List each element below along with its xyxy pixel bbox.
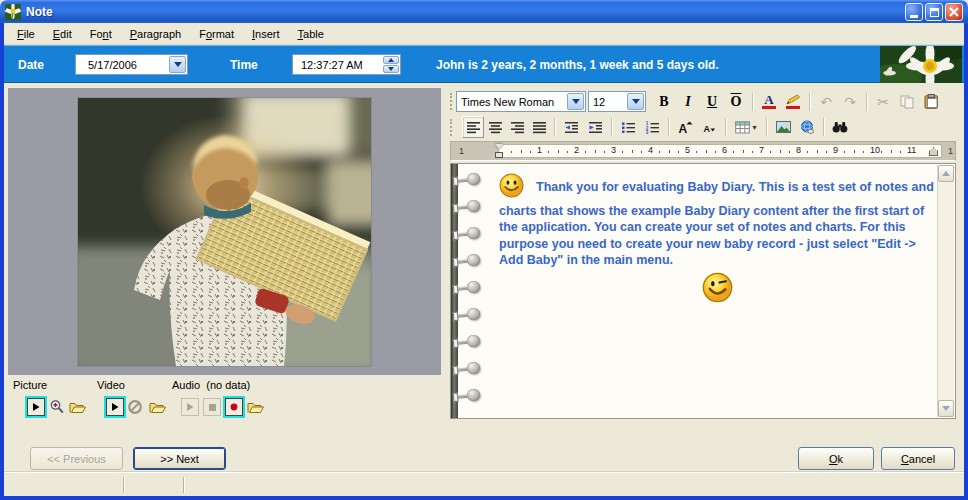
align-justify-button[interactable] — [528, 116, 550, 138]
video-play-button[interactable] — [106, 398, 124, 416]
bold-button[interactable]: B — [652, 91, 676, 113]
picture-play-button[interactable] — [27, 398, 45, 416]
spiral-ring — [453, 388, 483, 402]
editor-scrollbar[interactable] — [937, 165, 954, 417]
video-open-button[interactable] — [148, 398, 166, 416]
paste-button[interactable] — [919, 91, 943, 113]
font-size-dropdown[interactable] — [627, 93, 644, 110]
align-right-icon — [510, 121, 525, 134]
ruler-tick — [567, 151, 568, 153]
date-dropdown-button[interactable] — [169, 56, 186, 73]
menu-item-insert[interactable]: Insert — [243, 25, 289, 43]
menu-item-paragraph[interactable]: Paragraph — [121, 25, 190, 43]
binoculars-icon — [832, 121, 848, 133]
ruler-number: 5 — [685, 145, 690, 155]
maximize-button[interactable] — [925, 3, 943, 21]
picture-zoom-button[interactable] — [48, 398, 66, 416]
ruler-tick — [891, 150, 892, 153]
undo-button[interactable]: ↶ — [814, 91, 838, 113]
scroll-up-button[interactable] — [938, 165, 954, 182]
time-up-button[interactable] — [383, 56, 399, 64]
overline-button[interactable]: O — [724, 91, 748, 113]
minimize-button[interactable] — [905, 3, 923, 21]
font-family-dropdown[interactable] — [567, 93, 584, 110]
winking-smiley-icon — [702, 293, 733, 305]
align-center-button[interactable] — [484, 116, 506, 138]
find-button[interactable] — [828, 116, 852, 138]
insert-link-button[interactable] — [795, 116, 819, 138]
previous-button[interactable]: << Previous — [30, 447, 123, 470]
toolbar-grip[interactable] — [450, 119, 453, 136]
indent-marker[interactable] — [495, 144, 503, 160]
menu-item-format[interactable]: Format — [190, 25, 243, 43]
font-family-select[interactable]: Times New Roman — [456, 91, 586, 112]
next-button[interactable]: >> Next — [133, 447, 226, 470]
highlight-pencil-icon — [785, 94, 801, 109]
ruler-tick — [826, 151, 827, 153]
status-divider — [123, 477, 125, 493]
audio-record-button[interactable] — [225, 398, 243, 416]
chevron-down-icon — [942, 406, 950, 411]
font-color-button[interactable]: A — [757, 91, 781, 113]
ruler-tick — [900, 151, 901, 153]
insert-table-button[interactable]: ▾ — [730, 116, 762, 138]
smiley-icon — [499, 173, 524, 203]
menu-item-edit[interactable]: Edit — [44, 25, 81, 43]
audio-play-button[interactable] — [181, 398, 199, 416]
note-window: Note FileEditFontParagraphFormatInsertTa… — [0, 0, 968, 500]
spiral-ring — [453, 334, 483, 348]
picture-open-button[interactable] — [68, 398, 86, 416]
note-editor[interactable]: Thank you for evaluating Baby Diary. Thi… — [450, 163, 956, 419]
cut-button[interactable]: ✂ — [871, 91, 895, 113]
audio-open-button[interactable] — [246, 398, 264, 416]
italic-button[interactable]: I — [676, 91, 700, 113]
time-spinner-field[interactable]: 12:37:27 AM — [292, 54, 401, 75]
shrink-font-button[interactable]: A — [697, 116, 721, 138]
ok-button[interactable]: Ok — [798, 447, 874, 470]
ruler-number: 6 — [722, 145, 727, 155]
copy-button[interactable] — [895, 91, 919, 113]
toolbar-grip[interactable] — [450, 93, 453, 110]
ruler-tick — [604, 151, 605, 153]
ruler-tick — [752, 151, 753, 153]
ruler-tick — [743, 150, 744, 153]
highlight-color-button[interactable] — [781, 91, 805, 113]
align-right-button[interactable] — [506, 116, 528, 138]
ruler-tick — [548, 151, 549, 153]
picture-label: Picture — [13, 379, 47, 391]
align-left-button[interactable] — [462, 116, 484, 138]
window-border-bottom — [0, 496, 968, 500]
scroll-down-button[interactable] — [938, 400, 954, 417]
bullet-list-button[interactable] — [616, 116, 640, 138]
numbered-list-button[interactable]: 123 — [640, 116, 664, 138]
ruler-number: 4 — [648, 145, 653, 155]
grow-font-button[interactable]: A — [673, 116, 697, 138]
time-down-button[interactable] — [383, 65, 399, 73]
spiral-ring — [453, 307, 483, 321]
folder-open-icon — [69, 401, 86, 414]
menu-item-table[interactable]: Table — [289, 25, 333, 43]
numbered-list-icon: 123 — [645, 121, 660, 134]
insert-image-button[interactable] — [771, 116, 795, 138]
menu-item-font[interactable]: Font — [81, 25, 121, 43]
ruler-number: 3 — [611, 145, 616, 155]
font-size-select[interactable]: 12 — [588, 91, 646, 112]
close-button[interactable] — [945, 3, 963, 21]
video-stop-button[interactable] — [126, 398, 144, 416]
note-text: Thank you for evaluating Baby Diary. Thi… — [499, 180, 934, 267]
date-picker[interactable]: 5/17/2006 — [75, 54, 188, 75]
window-border-left — [0, 23, 4, 500]
menu-item-file[interactable]: File — [8, 25, 44, 43]
redo-button[interactable]: ↷ — [838, 91, 862, 113]
audio-stop-button[interactable] — [203, 398, 221, 416]
underline-button[interactable]: U — [700, 91, 724, 113]
decrease-indent-button[interactable] — [559, 116, 583, 138]
increase-indent-button[interactable] — [583, 116, 607, 138]
ruler-tick — [530, 151, 531, 153]
folder-open-icon — [247, 401, 264, 414]
redo-icon: ↷ — [844, 94, 856, 110]
cancel-button[interactable]: Cancel — [881, 447, 955, 470]
ruler-number: 9 — [833, 145, 838, 155]
ruler-tick — [696, 151, 697, 153]
note-paragraph[interactable]: Thank you for evaluating Baby Diary. Thi… — [499, 173, 939, 269]
